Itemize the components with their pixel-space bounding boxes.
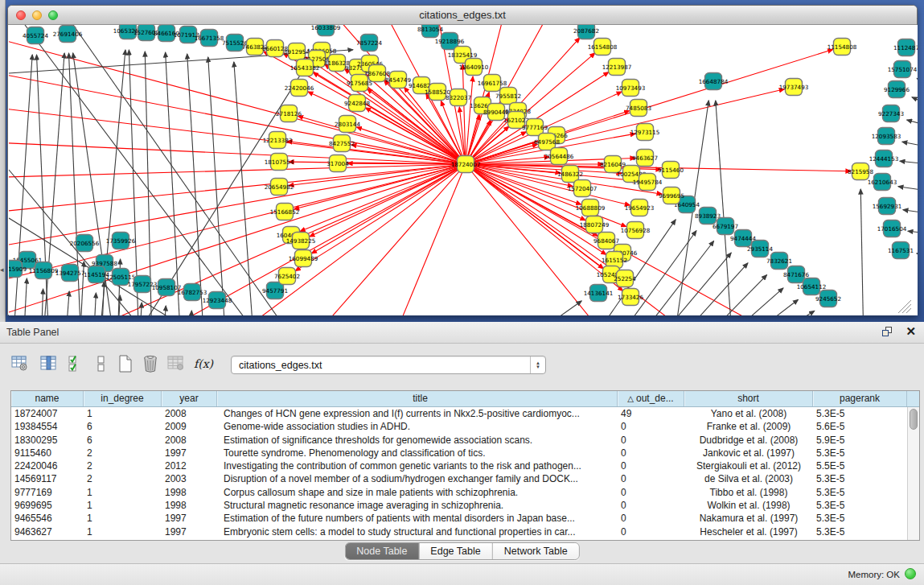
column-header-title[interactable]: title — [217, 391, 618, 406]
unselected-edge — [65, 291, 69, 315]
table-scrollbar[interactable] — [907, 407, 919, 540]
svg-text:16099489: 16099489 — [289, 255, 318, 262]
graph-node-selected[interactable]: 252254 — [614, 270, 636, 287]
graph-node[interactable]: 12444153 — [869, 150, 899, 167]
svg-text:2935114: 2935114 — [747, 245, 773, 253]
table-cell: 5.3E-5 — [813, 525, 907, 538]
graph-node[interactable]: 27691406 — [53, 26, 83, 43]
svg-text:16782753: 16782753 — [178, 289, 207, 296]
graph-node-selected[interactable]: 10756928 — [621, 222, 651, 239]
svg-text:18724007: 18724007 — [451, 161, 481, 168]
new-column-icon[interactable] — [115, 352, 136, 375]
graph-node-selected[interactable]: 1733426 — [618, 289, 643, 306]
graph-node-selected[interactable]: 7485083 — [626, 100, 651, 117]
graph-node[interactable]: 1167531 — [888, 242, 914, 259]
unselected-edge — [898, 187, 918, 190]
table-cell: 2003 — [162, 472, 217, 485]
graph-node-selected[interactable]: 9463627 — [632, 150, 658, 167]
float-panel-icon[interactable] — [882, 327, 893, 338]
graph-node[interactable]: 4055724 — [23, 27, 48, 44]
tab-edge-table[interactable]: Edge Table — [418, 543, 491, 559]
tab-network-table[interactable]: Network Table — [492, 543, 579, 559]
delete-column-icon[interactable] — [140, 352, 161, 375]
graph-node-selected[interactable]: 20654982 — [265, 179, 294, 196]
graph-node[interactable]: 7832621 — [766, 253, 792, 270]
table-row[interactable]: 1938455462009Genome-wide association stu… — [11, 420, 907, 433]
svg-text:13942757: 13942757 — [55, 270, 85, 277]
column-header-out_de[interactable]: △out_de... — [618, 391, 684, 406]
table-row[interactable]: 2242004622012Investigating the contribut… — [11, 459, 907, 472]
table-row[interactable]: 911546021997Tourette syndrome. Phenomeno… — [11, 447, 907, 459]
function-builder-icon[interactable]: f(x) — [193, 352, 214, 375]
graph-node[interactable]: 8813054 — [417, 25, 443, 38]
graph-node[interactable]: 9227343 — [878, 105, 904, 122]
network-canvas[interactable]: 4055724276914061065328715276028466160107… — [9, 25, 918, 315]
column-header-pagerank[interactable]: pagerank — [813, 391, 907, 406]
table-selector-value: citations_edges.txt — [239, 360, 322, 371]
graph-node[interactable]: 17016504 — [877, 220, 907, 237]
close-panel-icon[interactable]: ✕ — [906, 324, 916, 339]
graph-node-selected[interactable]: 8215958 — [848, 163, 873, 180]
svg-text:1621022: 1621022 — [503, 117, 529, 124]
table-cell: 2 — [84, 459, 162, 472]
panel-collapse-arrow-icon[interactable]: ◂ — [0, 266, 4, 274]
table-scrollbar-thumb[interactable] — [910, 409, 918, 430]
graph-node[interactable]: 15692931 — [873, 198, 902, 215]
graph-node-selected[interactable]: 19654923 — [625, 200, 655, 216]
table-row[interactable]: 946554611997Estimation of the future num… — [11, 512, 907, 525]
select-columns-icon[interactable] — [66, 352, 87, 375]
table-column-icon[interactable] — [39, 352, 60, 375]
svg-text:9115460: 9115460 — [658, 167, 684, 174]
table-row[interactable]: 946362711997Embryonic stem cells: a mode… — [11, 525, 907, 538]
control-panel-collapsed-strip[interactable]: ◂ — [0, 0, 6, 322]
graph-node[interactable]: 16648784 — [699, 73, 729, 90]
graph-node[interactable]: 7857224 — [356, 35, 382, 51]
graph-node[interactable]: 13942757 — [55, 265, 85, 282]
graph-node-selected[interactable]: 12213383 — [263, 132, 293, 149]
graph-node[interactable]: 16033809 — [311, 25, 341, 36]
graph-node-selected[interactable]: 12213987 — [602, 59, 632, 76]
graph-node-selected[interactable]: 19737493 — [779, 79, 809, 96]
tab-node-table[interactable]: Node Table — [345, 543, 418, 559]
table-row[interactable]: 1872400712008Changes of HCN gene express… — [11, 407, 907, 420]
column-header-year[interactable]: year — [162, 391, 217, 406]
svg-text:18107554: 18107554 — [265, 159, 294, 166]
graph-node-selected[interactable]: 12973115 — [630, 124, 660, 141]
graph-node-selected[interactable]: 16154808 — [588, 39, 618, 56]
graph-node-selected[interactable]: 317004 — [326, 155, 349, 172]
canvas-resize-grip[interactable] — [902, 304, 911, 313]
graph-node[interactable]: 1112487 — [893, 39, 918, 56]
column-header-short[interactable]: short — [684, 391, 813, 406]
table-settings-icon[interactable] — [10, 352, 31, 375]
graph-node[interactable]: 9129966 — [884, 81, 910, 98]
graph-node[interactable]: 20206556 — [70, 235, 100, 252]
unselected-edge — [234, 62, 254, 315]
column-header-name[interactable]: name — [11, 391, 84, 406]
svg-text:8454749: 8454749 — [385, 76, 411, 84]
svg-text:6497568: 6497568 — [534, 138, 560, 146]
table-cell: de Silva et al. (2003) — [684, 472, 813, 485]
delete-table-icon[interactable] — [166, 352, 187, 375]
table-selector-dropdown[interactable]: citations_edges.txt ▲▼ — [231, 356, 546, 374]
graph-node[interactable]: 2087682 — [573, 25, 599, 39]
table-row[interactable]: 1456911722003Disruption of a novel membe… — [11, 472, 907, 485]
canvas-resize-grip[interactable] — [906, 308, 911, 313]
graph-node-selected[interactable]: 15166852 — [270, 204, 300, 220]
graph-node-selected[interactable]: 11154808 — [827, 39, 857, 56]
row-height-icon[interactable] — [91, 352, 112, 375]
graph-node[interactable]: 12093583 — [872, 128, 901, 145]
graph-node-selected[interactable]: 10973493 — [616, 80, 646, 97]
svg-text:15166852: 15166852 — [270, 208, 300, 216]
column-header-in_degree[interactable]: in_degree — [84, 391, 162, 406]
table-row[interactable]: 969969511998Structural magnetic resonanc… — [11, 499, 907, 512]
graph-node[interactable]: 14136141 — [584, 285, 614, 302]
graph-node[interactable]: 15751074 — [888, 61, 918, 78]
graph-node-selected[interactable]: 9115460 — [658, 162, 684, 179]
graph-node[interactable]: 16210643 — [868, 174, 897, 191]
graph-node[interactable]: 17359926 — [106, 233, 136, 249]
table-row[interactable]: 977716911998Corpus callosum shape and si… — [11, 486, 907, 499]
table-row[interactable]: 1830029562008Estimation of significance … — [11, 434, 907, 447]
svg-text:16648784: 16648784 — [699, 78, 729, 85]
network-window-titlebar[interactable]: citations_edges.txt — [8, 6, 917, 25]
graph-node-selected[interactable]: 10688809 — [576, 200, 606, 216]
